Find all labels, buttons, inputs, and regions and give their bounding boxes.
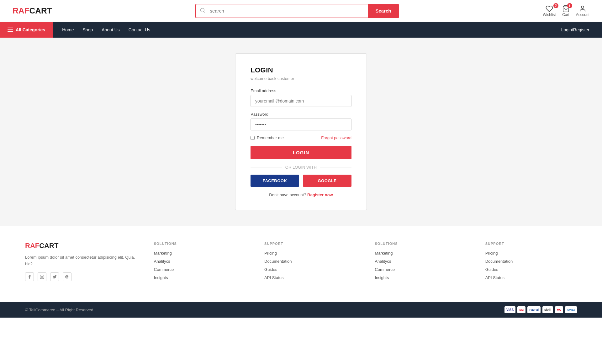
wishlist-label: Wishlist [543, 13, 556, 17]
footer-col-solutions-1: SOLUTIONS Marketing Analitycs Commerce I… [154, 242, 246, 283]
password-label: Password [251, 112, 351, 117]
no-account-text: Don't have account? [269, 193, 306, 197]
footer-link-analitycs-2[interactable]: Analitycs [375, 259, 391, 264]
footer-col-title-3: SOLUTIONS [375, 242, 466, 245]
footer-top: RAFCART Lorem ipsum dolor sit amet conse… [25, 242, 577, 283]
remember-me-label: Remember me [257, 135, 284, 140]
search-icon [196, 8, 205, 14]
footer-link-pricing-1[interactable]: Pricing [264, 251, 277, 256]
header-icons: 3 Wishlist 2 Cart Account [543, 5, 589, 17]
form-options-row: Remember me Forgot password [251, 135, 351, 140]
login-card: LOGIN welcome back customer Email addres… [235, 53, 367, 210]
copyright-text: © TailCommerce – All Right Reserved [25, 308, 93, 312]
paypal-icon: PayPal [527, 306, 541, 313]
login-button[interactable]: LOGIN [251, 146, 351, 159]
google-login-button[interactable]: GOOGLE [303, 175, 351, 187]
nav-links: Home Shop About Us Contact Us [53, 27, 561, 32]
svg-point-0 [201, 8, 204, 12]
skrill-icon: Skrill [542, 306, 553, 313]
nav-home[interactable]: Home [62, 27, 74, 32]
bottom-bar: © TailCommerce – All Right Reserved VISA… [0, 302, 602, 318]
facebook-social-icon[interactable] [25, 272, 34, 281]
login-subtitle: welcome back customer [251, 76, 351, 81]
email-label: Email address [251, 88, 351, 93]
email-field[interactable] [251, 95, 351, 107]
svg-line-1 [204, 11, 205, 12]
mastercard-icon: MC [517, 306, 525, 313]
footer-logo-raf: RAF [25, 242, 39, 250]
payment-icons: VISA MC PayPal Skrill MC AMEX [504, 306, 577, 313]
footer-brand: RAFCART Lorem ipsum dolor sit amet conse… [25, 242, 135, 283]
register-text: Don't have account? Register now [251, 193, 351, 197]
footer-link-pricing-2[interactable]: Pricing [485, 251, 498, 256]
hamburger-icon [8, 28, 13, 32]
footer-socials [25, 272, 135, 281]
cart-button[interactable]: 2 Cart [562, 5, 570, 17]
logo-raf: RAF [13, 6, 29, 15]
wishlist-button[interactable]: 3 Wishlist [543, 5, 556, 17]
nav-shop[interactable]: Shop [83, 27, 93, 32]
register-now-link[interactable]: Register now [307, 193, 333, 197]
logo-cart: CART [29, 6, 52, 15]
footer-col-title-2: SUPPORT [264, 242, 356, 245]
footer-link-marketing-1[interactable]: Marketing [154, 251, 172, 256]
remember-me-checkbox[interactable]: Remember me [251, 135, 284, 140]
footer-col-solutions-2: SOLUTIONS Marketing Analitycs Commerce I… [375, 242, 466, 283]
footer-col-support-1: SUPPORT Pricing Documentation Guides API… [264, 242, 356, 283]
twitter-social-icon[interactable] [50, 272, 59, 281]
nav-about[interactable]: About Us [102, 27, 120, 32]
or-divider: OR LOGIN WITH [251, 165, 351, 170]
footer-link-commerce-1[interactable]: Commerce [154, 267, 174, 272]
footer-col-title-4: SUPPORT [485, 242, 577, 245]
svg-rect-4 [40, 275, 44, 279]
account-button[interactable]: Account [576, 5, 589, 17]
footer-link-documentation-2[interactable]: Documentation [485, 259, 513, 264]
badge: 3 [553, 3, 558, 8]
login-register-button[interactable]: Login/Register [561, 27, 602, 32]
search-input[interactable] [205, 8, 368, 13]
social-login-buttons: FACEBOOK GOOGLE [251, 175, 351, 187]
footer-link-insights-2[interactable]: Insights [375, 275, 389, 280]
footer-link-guides-1[interactable]: Guides [264, 267, 277, 272]
amex-icon: AMEX [565, 306, 577, 313]
pinterest-social-icon[interactable] [63, 272, 71, 281]
footer-link-marketing-2[interactable]: Marketing [375, 251, 393, 256]
mastercard-2-icon: MC [555, 306, 563, 313]
footer-link-documentation-1[interactable]: Documentation [264, 259, 292, 264]
password-field[interactable] [251, 119, 351, 130]
badge: 2 [567, 3, 572, 8]
visa-icon: VISA [504, 306, 515, 313]
footer-link-commerce-2[interactable]: Commerce [375, 267, 395, 272]
search-button[interactable]: Search [368, 4, 399, 18]
header: RAFCART Search 3 Wishlist 2 Cart Account [0, 0, 602, 22]
footer: RAFCART Lorem ipsum dolor sit amet conse… [0, 226, 602, 302]
facebook-login-button[interactable]: FACEBOOK [251, 175, 299, 187]
nav-contact[interactable]: Contact Us [129, 27, 150, 32]
footer-description: Lorem ipsum dolor sit amet consectetur a… [25, 254, 135, 267]
logo[interactable]: RAFCART [13, 6, 52, 16]
main-content: LOGIN welcome back customer Email addres… [0, 38, 602, 226]
account-label: Account [576, 13, 589, 17]
footer-link-analitycs-1[interactable]: Analitycs [154, 259, 170, 264]
footer-logo-cart: CART [39, 242, 58, 250]
all-categories-label: All Categories [16, 27, 45, 32]
login-title: LOGIN [251, 66, 351, 74]
footer-col-title-1: SOLUTIONS [154, 242, 246, 245]
footer-link-api-status-2[interactable]: API Status [485, 275, 504, 280]
footer-logo: RAFCART [25, 242, 135, 250]
navbar: All Categories Home Shop About Us Contac… [0, 22, 602, 38]
footer-link-guides-2[interactable]: Guides [485, 267, 498, 272]
footer-col-support-2: SUPPORT Pricing Documentation Guides API… [485, 242, 577, 283]
forgot-password-link[interactable]: Forgot password [321, 135, 351, 140]
instagram-social-icon[interactable] [38, 272, 46, 281]
footer-link-insights-1[interactable]: Insights [154, 275, 168, 280]
cart-label: Cart [562, 13, 569, 17]
remember-me-input[interactable] [251, 136, 255, 140]
footer-link-api-status-1[interactable]: API Status [264, 275, 283, 280]
svg-point-3 [581, 6, 584, 8]
all-categories-button[interactable]: All Categories [0, 22, 53, 38]
search-bar: Search [195, 4, 399, 18]
